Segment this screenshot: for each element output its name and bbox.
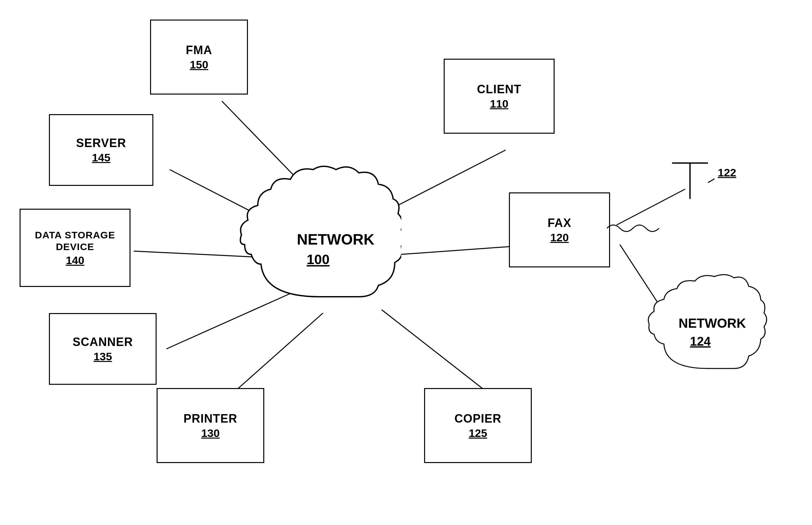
svg-text:NETWORK: NETWORK xyxy=(297,231,374,248)
fma-label: FMA xyxy=(186,43,212,57)
data-storage-id: 140 xyxy=(66,254,85,267)
data-storage-label1: DATA STORAGE xyxy=(35,229,115,241)
phone-line xyxy=(607,222,672,261)
server-id: 145 xyxy=(92,151,110,164)
fax-id: 120 xyxy=(550,231,569,244)
server-node: SERVER 145 xyxy=(49,114,153,186)
diagram-container: FMA 150 CLIENT 110 SERVER 145 DATA STORA… xyxy=(0,0,812,525)
fma-id: 150 xyxy=(190,58,208,71)
fax-node: FAX 120 xyxy=(509,192,610,267)
svg-text:124: 124 xyxy=(690,334,710,348)
scanner-id: 135 xyxy=(94,350,112,363)
fma-node: FMA 150 xyxy=(150,19,248,94)
scanner-label: SCANNER xyxy=(72,335,133,349)
scanner-node: SCANNER 135 xyxy=(49,313,157,385)
copier-id: 125 xyxy=(469,427,487,439)
printer-id: 130 xyxy=(201,427,220,439)
svg-line-1 xyxy=(385,150,506,212)
network-cloud: NETWORK 100 xyxy=(238,160,401,316)
fax-label: FAX xyxy=(547,216,571,230)
network-small-cloud: NETWORK 124 xyxy=(646,271,770,378)
printer-node: PRINTER 130 xyxy=(157,388,264,463)
server-label: SERVER xyxy=(76,136,126,150)
client-label: CLIENT xyxy=(477,82,521,96)
fax-antenna xyxy=(665,160,714,209)
data-storage-node: DATA STORAGE DEVICE 140 xyxy=(19,209,131,287)
data-storage-label2: DEVICE xyxy=(56,241,94,253)
copier-label: COPIER xyxy=(455,411,501,425)
svg-line-6 xyxy=(382,310,486,391)
antenna-id-label: 122 xyxy=(718,166,736,179)
printer-label: PRINTER xyxy=(183,411,237,425)
copier-node: COPIER 125 xyxy=(424,388,532,463)
svg-line-14 xyxy=(708,169,714,183)
client-node: CLIENT 110 xyxy=(444,59,555,134)
client-id: 110 xyxy=(490,97,508,110)
svg-text:100: 100 xyxy=(307,252,329,267)
svg-line-5 xyxy=(235,313,323,391)
svg-text:NETWORK: NETWORK xyxy=(679,316,746,330)
